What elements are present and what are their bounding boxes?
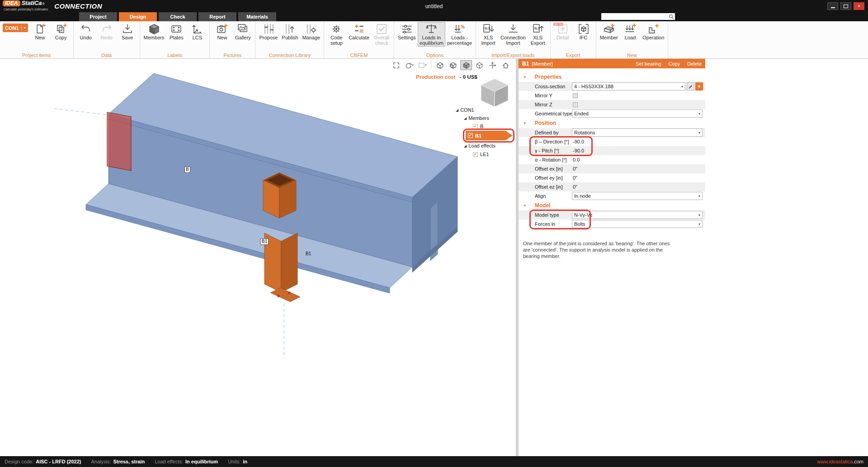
selection-mode-button[interactable]: ▾ [416,60,428,70]
copy-member-button[interactable]: Copy [669,61,680,67]
labels-plates-button[interactable]: Plates [166,23,186,41]
3d-scene[interactable] [0,59,516,456]
ifc-export-button[interactable]: IFC [574,23,594,41]
loads-in-equilibrium-button[interactable]: Loads in equilibrium [418,23,445,46]
tab-project[interactable]: Project [79,12,117,21]
edit-cross-section-button[interactable] [687,82,694,91]
copy-project-item-button[interactable]: Copy [51,23,71,41]
add-cross-section-button[interactable]: + [695,82,703,91]
tree-item-members[interactable]: ◢ Members [464,115,489,121]
connection-selector[interactable]: CON1 ▾ [3,24,28,32]
picture-gallery-button[interactable]: Gallery [233,23,253,41]
forces-in-select[interactable]: Bolts ▾ [572,220,703,228]
undo-button[interactable]: Undo [76,23,96,41]
section-position[interactable]: ▼ Position [519,118,705,128]
redo-button[interactable]: Redo [97,23,117,41]
section-model[interactable]: ▼ Model [519,200,705,210]
view-transparent-button[interactable] [473,60,485,70]
cross-section-select[interactable]: 4 - HSS3X3X.188 ▾ [572,82,685,91]
save-button[interactable]: Save [118,23,137,41]
connection-import-button[interactable]: Connection Import [499,23,527,46]
section-collapse-icon[interactable]: ▼ [523,121,529,125]
settings-button[interactable]: Settings [396,23,417,41]
gamma-pitch-field[interactable]: -90.0 [573,148,584,153]
tree-item-le1[interactable]: ✓ LE1 [473,152,489,157]
view-shaded-button[interactable] [447,60,459,70]
code-setup-button[interactable]: Code setup [326,23,346,46]
navigation-cube[interactable] [477,76,512,110]
view-wireframe-button[interactable] [434,60,446,70]
home-view-button[interactable] [500,60,511,70]
set-bearing-button[interactable]: Set bearing [636,61,661,67]
geometrical-type-select[interactable]: Ended ▾ [572,110,703,118]
labels-lcs-button[interactable]: LCS [187,23,207,41]
section-planes-button[interactable] [486,60,498,70]
checkbox-le1[interactable]: ✓ [473,152,478,157]
member-b1-upper[interactable] [263,172,296,218]
website-link[interactable]: www.ideastatica.com [817,459,863,464]
new-load-button[interactable]: Load [620,23,640,41]
search-icon[interactable] [669,14,674,19]
xls-export-icon: XLS [532,23,544,35]
model-type-select[interactable]: N-Vy-Vz ▾ [572,211,703,219]
new-member-button[interactable]: Member [599,23,619,41]
minimize-button[interactable] [827,2,838,10]
offset-ez-field[interactable]: 0" [573,184,577,190]
model-group: Model type N-Vy-Vz ▾ Forces in Bolts ▾ [519,210,705,229]
tree-item-b1-selected[interactable]: ✓ B1 [466,131,513,140]
analysis-label: Analysis: [91,459,111,464]
member-b1-lower[interactable] [264,233,300,302]
offset-ex-field[interactable]: 0" [573,166,577,172]
xls-import-button[interactable]: XLS XLS Import [478,23,498,46]
alpha-rotation-field[interactable]: 0.0 [573,157,580,162]
3d-viewport[interactable]: B B1 B1 ▾ ▾ Production cost - 0 US$ [0,59,516,456]
mirror-z-checkbox[interactable] [573,102,578,107]
checkbox-member-b1[interactable]: ✓ [468,133,473,138]
section-collapse-icon[interactable]: ▼ [523,204,529,208]
tree-item-con1[interactable]: ◢ CON1 [456,107,474,113]
tab-design[interactable]: Design [119,12,157,21]
end-plate-highlighted[interactable] [107,112,131,171]
detail-export-button[interactable]: BETA Detail [553,23,573,41]
tab-check[interactable]: Check [159,12,197,21]
tab-materials[interactable]: Materials [238,12,276,21]
tree-expand-icon[interactable]: ◢ [464,144,467,148]
picture-new-button[interactable]: New [212,23,232,41]
checkbox-member-b[interactable]: ✓ [473,124,478,129]
member-label-b1[interactable]: B1 [260,238,269,245]
overall-check-button[interactable]: Overall check [372,23,392,46]
orbit-button[interactable]: ▾ [403,60,415,70]
tree-expand-icon[interactable]: ◢ [456,108,458,112]
labels-members-button[interactable]: Members [142,23,166,41]
manage-button[interactable]: Manage [301,23,321,41]
search-box [601,13,675,20]
offset-ey-field[interactable]: 0" [573,175,577,181]
close-button[interactable]: × [854,2,864,10]
tree-item-b[interactable]: ✓ B [473,124,483,129]
view-solid-button[interactable] [460,60,472,70]
search-input[interactable] [601,14,669,19]
calculate-button[interactable]: Calculate [347,23,371,41]
beta-direction-field[interactable]: -90.0 [573,139,584,144]
tab-report[interactable]: Report [198,12,236,21]
new-project-item-button[interactable]: New [30,23,50,41]
bolt [288,291,290,294]
maximize-button[interactable] [840,2,851,10]
defined-by-select[interactable]: Rotations ▾ [572,129,703,137]
tree-expand-icon[interactable]: ◢ [464,116,467,120]
svg-text:XLS: XLS [534,27,540,30]
delete-member-button[interactable]: Delete [687,61,702,67]
publish-button[interactable]: Publish [280,23,300,41]
tree-item-load-effects[interactable]: ◢ Load effects [464,143,495,148]
new-operation-button[interactable]: Operation [641,23,665,41]
xls-export-button[interactable]: XLS XLS Export [528,23,548,46]
fit-view-button[interactable] [390,60,402,70]
section-collapse-icon[interactable]: ▼ [523,75,529,79]
member-label-b1-secondary[interactable]: B1 [306,251,311,256]
loads-percentage-button[interactable]: % Loads - percentage [446,23,473,46]
section-properties[interactable]: ▼ Properties [519,72,705,82]
member-label-b[interactable]: B [184,167,190,173]
propose-button[interactable]: Propose [258,23,279,41]
mirror-y-checkbox[interactable] [573,93,578,98]
align-select[interactable]: In node ▾ [572,192,703,200]
